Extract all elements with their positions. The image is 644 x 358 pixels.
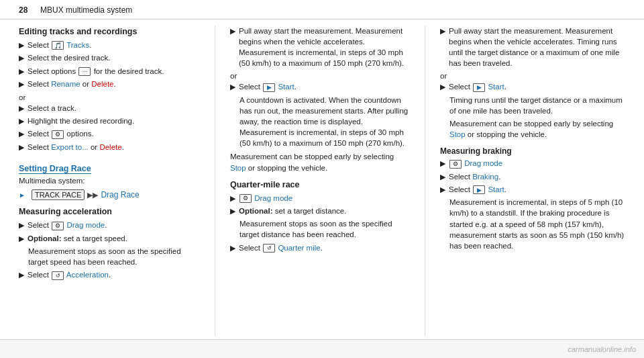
quarter-mile-title: Quarter-mile race <box>230 180 410 189</box>
list-item: ▶ Optional: set a target speed. <box>19 233 200 244</box>
watermark: carmanualonline.info <box>568 345 636 353</box>
item-text: Select a track. <box>28 103 76 114</box>
bullet-arrow: ▶ <box>19 234 24 244</box>
pull-away-text2: Pull away start the measurement. Measure… <box>449 26 625 69</box>
drag-mode-icon3: ⚙ <box>449 160 462 169</box>
list-item: ▶ Pull away start the measurement. Measu… <box>230 26 410 69</box>
stop-para: Measurement can be stopped early by sele… <box>230 151 410 173</box>
list-item: ▶ Highlight the desired recording. <box>19 116 200 126</box>
list-item: ▶ ⚙ Drag mode <box>230 193 410 204</box>
play-icon2: ▶ <box>473 83 485 92</box>
bullet-arrow: ▶ <box>19 116 24 126</box>
list-item: ▶ Optional: set a target distance. <box>230 206 410 216</box>
delete-link2[interactable]: Delete <box>99 143 121 151</box>
timing-text: Timing runs until the target distance or… <box>449 95 625 116</box>
stop-early-text: Measurement can be stopped early by sele… <box>449 118 625 140</box>
col-divider-1 <box>215 26 215 337</box>
list-item: ▶ Select Export to... or Delete. <box>19 142 200 152</box>
bullet-arrow: ▶ <box>19 66 24 77</box>
options-icon: ··· <box>78 67 91 76</box>
list-item: ▶ Select Braking. <box>440 171 625 182</box>
measuring-braking-title: Measuring braking <box>440 146 625 156</box>
list-item: ▶ Select ⚙ Drag mode. <box>19 220 200 230</box>
drag-mode-link3[interactable]: Drag mode <box>464 159 502 167</box>
accel-icon: ↺ <box>52 271 64 280</box>
list-item: ▶ Select the desired track. <box>19 52 200 63</box>
drag-mode-icon2: ⚙ <box>239 194 252 203</box>
list-item: ▶ Select Rename or Delete. <box>19 79 200 89</box>
tracks-icon: 🎵 <box>52 41 64 50</box>
bullet-arrow: ▶ <box>19 220 24 230</box>
track-pace-nav: ► TRACK PACE ▶▶ Drag Race <box>19 189 200 200</box>
list-item: ▶ Select ↺ Quarter mile. <box>230 242 410 253</box>
start-link2[interactable]: Start <box>488 83 504 91</box>
or-separator2: or <box>230 72 410 80</box>
countdown-text: A countdown is activated. When the count… <box>239 95 410 148</box>
bullet-arrow: ▶ <box>440 172 445 182</box>
top-divider <box>0 19 644 19</box>
drag-mode-icon: ⚙ <box>52 222 64 230</box>
bullet-arrow: ▶ <box>230 206 235 216</box>
list-item: ▶ Pull away start the measurement. Measu… <box>440 26 625 69</box>
setting-drag-race-title: Setting Drag Race <box>19 164 200 173</box>
bottom-bar: carmanualonline.info <box>0 339 644 358</box>
list-item: ▶ Select 🎵 Tracks. <box>19 40 200 50</box>
drag-race-link[interactable]: Drag Race <box>101 190 139 199</box>
bullet-arrow: ▶ <box>19 103 24 114</box>
quarter-mile-link[interactable]: Quarter mile <box>278 244 320 252</box>
stop-link[interactable]: Stop <box>230 164 246 172</box>
bullet-arrow: ▶ <box>440 185 445 195</box>
bullet-arrow: ▶ <box>230 193 235 204</box>
section-editing-title: Editing tracks and recordings <box>19 27 200 36</box>
quarter-mile-icon: ↺ <box>263 244 275 253</box>
drag-mode-link[interactable]: Drag mode <box>66 221 105 229</box>
pull-away-text: Pull away start the measurement. Measure… <box>239 26 410 69</box>
list-item: ▶ Select ▶ Start. <box>440 184 625 195</box>
track-pace-box: TRACK PACE <box>32 189 85 200</box>
content-area: Editing tracks and recordings ▶ Select 🎵… <box>19 26 625 337</box>
acceleration-link[interactable]: Acceleration <box>66 271 109 279</box>
braking-link[interactable]: Braking <box>472 173 498 181</box>
nav-arrow2: ▶▶ <box>87 191 98 199</box>
or-separator: or <box>19 93 200 101</box>
bullet-arrow: ▶ <box>19 270 24 280</box>
col-divider-2 <box>425 26 425 337</box>
col-3: ▶ Pull away start the measurement. Measu… <box>440 26 625 337</box>
bullet-arrow: ▶ <box>19 40 24 50</box>
start-link3[interactable]: Start <box>488 185 504 193</box>
bullet-arrow: ▶ <box>19 79 24 89</box>
start-link[interactable]: Start <box>278 83 294 91</box>
page-number: 28 <box>19 5 28 15</box>
bullet-arrow: ▶ <box>230 243 235 253</box>
optional-subtext: Measurement stops as soon as the specifi… <box>28 246 200 267</box>
delete-link[interactable]: Delete <box>91 80 113 88</box>
list-item: ▶ Select a track. <box>19 103 200 114</box>
or-separator3: or <box>440 72 625 80</box>
list-item: ▶ ⚙ Drag mode <box>440 158 625 169</box>
bullet-arrow: ▶ <box>230 82 235 92</box>
bullet-arrow: ▶ <box>19 53 24 63</box>
measuring-acceleration-title: Measuring acceleration <box>19 207 200 216</box>
setting-drag-race-link[interactable]: Setting Drag Race <box>19 164 91 174</box>
drag-mode-link2[interactable]: Drag mode <box>254 194 292 202</box>
bullet-arrow: ▶ <box>19 142 24 152</box>
tracks-link[interactable]: Tracks <box>66 41 89 49</box>
bullet-arrow: ▶ <box>440 159 445 169</box>
rename-link[interactable]: Rename <box>51 80 80 88</box>
optional-label2: Optional: <box>239 207 272 215</box>
bullet-arrow: ▶ <box>19 129 24 139</box>
page: 28 MBUX multimedia system Editing tracks… <box>0 0 644 358</box>
export-link[interactable]: Export to... <box>51 143 89 151</box>
list-item: ▶ Select ↺ Acceleration. <box>19 269 200 280</box>
list-item: ▶ Select ⚙ options. <box>19 128 200 139</box>
multimedia-system-label: Multimedia system: <box>19 175 200 186</box>
bullet-arrow: ▶ <box>440 26 445 36</box>
nav-arrow: ► <box>19 191 25 199</box>
stop-link2[interactable]: Stop <box>449 130 466 138</box>
list-item: ▶ Select ▶ Start. <box>230 81 410 92</box>
col-1: Editing tracks and recordings ▶ Select 🎵… <box>19 26 200 337</box>
bullet-arrow: ▶ <box>230 26 235 36</box>
optional-label: Optional: <box>28 234 61 242</box>
item-text: Highlight the desired recording. <box>28 116 134 126</box>
col-2: ▶ Pull away start the measurement. Measu… <box>230 26 410 337</box>
